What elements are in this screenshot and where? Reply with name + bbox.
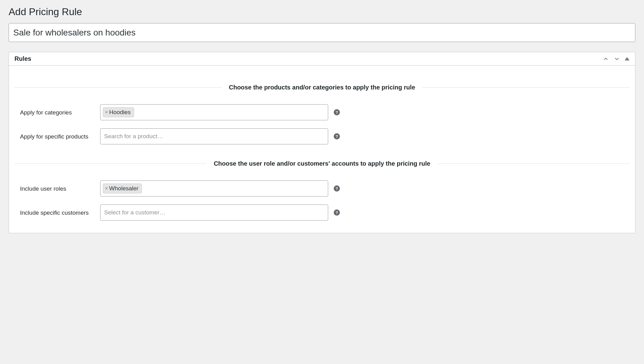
- collapse-toggle-icon[interactable]: [625, 57, 630, 60]
- user-role-tag: × Wholesaler: [103, 184, 142, 193]
- category-tag: × Hoodies: [103, 107, 134, 117]
- divider-line: [438, 163, 630, 164]
- section-heading-label: Choose the user role and/or customers' a…: [206, 159, 438, 168]
- panel-body: Choose the products and/or categories to…: [9, 66, 635, 233]
- customers-placeholder: Select for a customer…: [103, 209, 165, 216]
- users-section-heading: Choose the user role and/or customers' a…: [14, 159, 630, 168]
- customers-field-row: Include specific customers Select for a …: [14, 205, 630, 221]
- remove-tag-icon[interactable]: ×: [105, 186, 108, 191]
- help-icon[interactable]: ?: [334, 109, 340, 115]
- products-section-heading: Choose the products and/or categories to…: [14, 83, 630, 92]
- user-roles-input[interactable]: × Wholesaler: [100, 180, 328, 196]
- tag-label: Hoodies: [109, 109, 131, 116]
- divider-line: [422, 87, 630, 88]
- products-field-row: Apply for specific products Search for a…: [14, 128, 630, 144]
- panel-controls: [602, 56, 630, 62]
- rules-panel: Rules Choose the products and/or categor…: [9, 52, 635, 233]
- customers-input[interactable]: Select for a customer…: [100, 205, 328, 221]
- customers-label: Include specific customers: [20, 205, 100, 217]
- divider-line: [14, 163, 206, 164]
- categories-label: Apply for categories: [20, 104, 100, 117]
- products-label: Apply for specific products: [20, 128, 100, 141]
- products-placeholder: Search for a product…: [103, 133, 163, 140]
- categories-input[interactable]: × Hoodies: [100, 104, 328, 120]
- products-input[interactable]: Search for a product…: [100, 128, 328, 144]
- categories-field-row: Apply for categories × Hoodies ?: [14, 104, 630, 120]
- tag-label: Wholesaler: [109, 185, 138, 192]
- panel-header: Rules: [9, 52, 635, 66]
- chevron-up-icon[interactable]: [602, 56, 609, 62]
- panel-title: Rules: [14, 55, 31, 62]
- help-icon[interactable]: ?: [334, 209, 340, 216]
- help-icon[interactable]: ?: [334, 185, 340, 192]
- user-roles-label: Include user roles: [20, 180, 100, 193]
- help-icon[interactable]: ?: [334, 133, 340, 139]
- rule-name-input[interactable]: [9, 23, 635, 42]
- remove-tag-icon[interactable]: ×: [105, 110, 108, 115]
- divider-line: [14, 87, 222, 88]
- chevron-down-icon[interactable]: [613, 56, 620, 62]
- section-heading-label: Choose the products and/or categories to…: [222, 83, 423, 92]
- page-title: Add Pricing Rule: [9, 6, 635, 18]
- user-roles-field-row: Include user roles × Wholesaler ?: [14, 180, 630, 196]
